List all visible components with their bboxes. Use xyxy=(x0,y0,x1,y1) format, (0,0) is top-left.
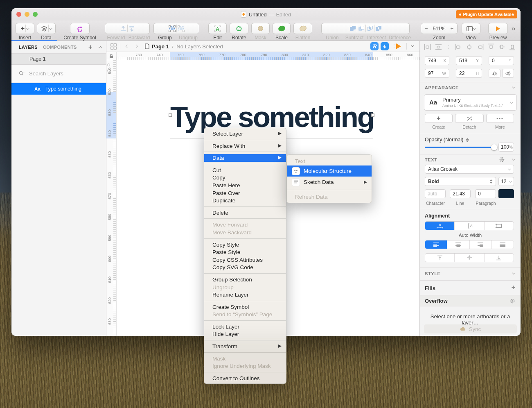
width-field[interactable]: 97W xyxy=(425,69,449,78)
detach-style-button[interactable] xyxy=(455,114,484,123)
opacity-slider-knob[interactable] xyxy=(491,144,497,150)
opacity-slider[interactable] xyxy=(425,147,494,148)
align-top-icon[interactable] xyxy=(488,43,494,50)
menu-item-lock-layer[interactable]: Lock Layer xyxy=(204,323,286,331)
horizontal-ruler[interactable]: 7307407507607707807908008108208308408508… xyxy=(117,52,419,60)
rotation-field[interactable]: 0° xyxy=(489,56,514,65)
text-section-header[interactable]: TEXT xyxy=(425,157,437,162)
align-middle-segment[interactable] xyxy=(454,254,484,262)
style-section-header[interactable]: STYLE xyxy=(425,271,440,276)
zoom-control[interactable]: − 511% + xyxy=(421,23,458,34)
y-position-field[interactable]: 519Y xyxy=(456,56,482,65)
auto-width-segment[interactable]: A xyxy=(425,222,454,230)
minimize-traffic-light[interactable] xyxy=(25,12,29,17)
align-text-left-segment[interactable] xyxy=(425,240,447,249)
menu-item-create-symbol[interactable]: Create Symbol xyxy=(204,303,286,311)
distribute-horizontal-icon[interactable] xyxy=(424,44,431,50)
flip-horizontal-button[interactable] xyxy=(489,69,500,78)
character-spacing-field[interactable]: auto xyxy=(425,189,446,198)
plugin-update-badge[interactable]: Plugin Update Available xyxy=(456,10,518,18)
vertical-ruler[interactable]: 510520530540550560570580590600610620630 xyxy=(106,60,117,336)
menu-item-copy-css-attributes[interactable]: Copy CSS Attributes xyxy=(204,256,286,264)
menu-item-hide-layer[interactable]: Hide Layer xyxy=(204,330,286,338)
opacity-value-field[interactable]: 100% xyxy=(498,143,514,152)
horizontal-align-segmented-control[interactable] xyxy=(425,240,514,249)
zoom-plus-button[interactable]: + xyxy=(450,25,453,32)
boolean-ops-group[interactable] xyxy=(321,23,410,34)
data-button[interactable] xyxy=(37,23,56,34)
back-chevron-icon[interactable] xyxy=(126,45,129,48)
menu-item-replace-with[interactable]: Replace With xyxy=(204,142,286,150)
menu-item-convert-to-outlines[interactable]: Convert to Outlines xyxy=(204,374,286,382)
resize-handle-right[interactable] xyxy=(371,113,374,117)
menu-item-paste-style[interactable]: Paste Style xyxy=(204,248,286,256)
menu-item-rename-layer[interactable]: Rename Layer xyxy=(204,291,286,299)
text-sizing-segmented-control[interactable]: A A xyxy=(425,221,514,230)
create-style-button[interactable]: + xyxy=(425,114,453,123)
distribute-vertical-icon[interactable] xyxy=(435,44,442,50)
scale-button[interactable] xyxy=(273,23,291,34)
x-position-field[interactable]: 749X xyxy=(425,56,449,65)
line-spacing-field[interactable]: 21.43 xyxy=(450,189,471,198)
forward-chevron-icon[interactable] xyxy=(135,45,138,48)
align-text-center-segment[interactable] xyxy=(447,240,469,249)
menu-item-copy-svg-code[interactable]: Copy SVG Code xyxy=(204,263,286,271)
tab-components[interactable]: COMPONENTS xyxy=(43,45,77,50)
appearance-header[interactable]: APPEARANCE xyxy=(425,85,459,90)
rotate-button[interactable] xyxy=(230,23,248,34)
stepper-icon[interactable] xyxy=(466,138,469,142)
collapse-chevron-icon[interactable] xyxy=(99,46,102,50)
zoom-traffic-light[interactable] xyxy=(33,12,38,17)
height-field[interactable]: 22H xyxy=(456,69,482,78)
create-symbol-button[interactable] xyxy=(70,23,90,34)
gear-icon[interactable] xyxy=(499,156,505,163)
zoom-minus-button[interactable]: − xyxy=(425,25,428,32)
more-styles-button[interactable]: ••• xyxy=(486,114,514,123)
text-style-card[interactable]: Aa Primary Amino UI Kit Sket...ult / Bod… xyxy=(424,94,517,111)
menu-item-copy[interactable]: Copy xyxy=(204,174,286,181)
menu-item-data[interactable]: Data xyxy=(204,154,286,162)
font-size-select[interactable]: 12 xyxy=(498,177,514,186)
menu-item-paste-here[interactable]: Paste Here xyxy=(204,181,286,189)
breadcrumb-page[interactable]: Page 1 xyxy=(152,43,169,50)
menu-item-copy-style[interactable]: Copy Style xyxy=(204,241,286,249)
mask-button[interactable] xyxy=(251,23,270,34)
text-collapse-chevron-icon[interactable] xyxy=(512,157,515,160)
align-bottom-icon[interactable] xyxy=(509,43,516,50)
font-weight-select[interactable]: Bold xyxy=(425,177,496,186)
align-text-right-segment[interactable] xyxy=(469,240,491,249)
justify-text-segment[interactable] xyxy=(491,240,514,249)
page-list-item[interactable]: Page 1 xyxy=(11,54,106,65)
topbar-chevron-down-icon[interactable] xyxy=(411,43,414,47)
fixed-size-segment[interactable] xyxy=(484,222,514,230)
appearance-collapse-chevron-icon[interactable] xyxy=(512,85,515,88)
toolbar-overflow-button[interactable]: » xyxy=(512,25,515,33)
align-right-icon[interactable] xyxy=(477,44,484,50)
view-button[interactable] xyxy=(462,23,480,34)
auto-height-segment[interactable]: A xyxy=(454,222,484,230)
vertical-align-segmented-control[interactable] xyxy=(425,253,514,262)
style-collapse-chevron-icon[interactable] xyxy=(512,271,515,274)
overflow-gear-icon[interactable] xyxy=(509,298,515,304)
edit-button[interactable]: A xyxy=(208,23,227,34)
search-layers-field[interactable]: Search Layers xyxy=(11,65,106,82)
close-traffic-light[interactable] xyxy=(16,12,21,17)
submenu-item-molecular-structure[interactable]: Molecular Structure xyxy=(287,165,372,177)
font-family-select[interactable]: Atlas Grotesk xyxy=(425,165,514,174)
add-page-button[interactable]: + xyxy=(88,44,92,50)
menu-item-select-layer[interactable]: Select Layer xyxy=(204,130,286,138)
align-center-horizontal-icon[interactable] xyxy=(466,44,473,50)
flip-vertical-button[interactable] xyxy=(502,69,514,78)
grid-view-icon[interactable] xyxy=(110,43,117,50)
align-top-segment[interactable] xyxy=(425,254,454,262)
preview-button[interactable] xyxy=(488,23,508,34)
menu-item-cut[interactable]: Cut xyxy=(204,166,286,174)
insert-button[interactable]: + xyxy=(16,23,34,34)
text-color-swatch[interactable] xyxy=(498,189,514,198)
runner-plugin-button[interactable]: R xyxy=(370,42,379,50)
play-preview-icon[interactable] xyxy=(396,43,401,49)
menu-item-duplicate[interactable]: Duplicate xyxy=(204,197,286,204)
ruler-corner-lock[interactable] xyxy=(106,52,117,60)
sync-button[interactable]: Sync xyxy=(424,324,517,333)
align-middle-vertical-icon[interactable] xyxy=(498,43,505,50)
